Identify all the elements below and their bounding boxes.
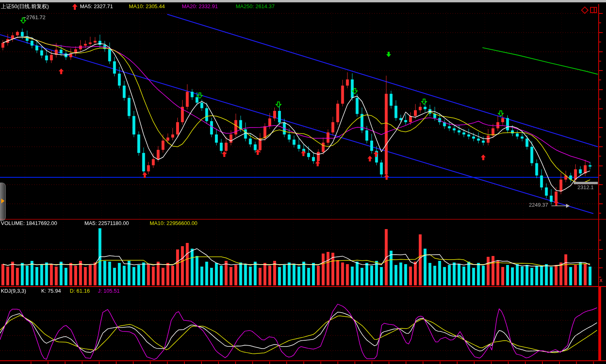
kdj-k-value-label: K: 75.94 bbox=[41, 288, 61, 294]
kdj-d-value-label: D: 61.16 bbox=[70, 288, 90, 294]
expand-handle-icon[interactable] bbox=[0, 183, 6, 221]
volume-value-label: VOLUME: 18417692.00 bbox=[1, 220, 57, 226]
split-window-icon[interactable] bbox=[590, 7, 597, 13]
ma250-value-label: MA250: 2614.37 bbox=[236, 3, 274, 9]
pane-close-button[interactable]: X bbox=[599, 278, 602, 284]
ma20-value-label: MA20: 2332.91 bbox=[182, 3, 218, 9]
orange-triangle-icon bbox=[1, 199, 4, 203]
candlestick-chart-canvas[interactable] bbox=[0, 0, 606, 364]
diamond-icon[interactable] bbox=[581, 7, 589, 14]
kdj-j-value-label: J: 105.51 bbox=[98, 288, 120, 294]
ma5-value-label: MA5: 2327.71 bbox=[80, 3, 113, 9]
kdj-indicator-label: KDJ(9,3,3) bbox=[1, 288, 26, 294]
trough-price-annotation: 2249.37 bbox=[529, 202, 548, 208]
up-arrow-icon bbox=[72, 4, 77, 10]
volume-ma10-label: MA10: 22956600.00 bbox=[150, 220, 197, 226]
ma10-value-label: MA10: 2305.44 bbox=[129, 3, 165, 9]
volume-ma5-label: MA5: 22571180.00 bbox=[84, 220, 129, 226]
trading-app-window: 上证50(日线.前复权) MA5: 2327.71 MA10: 2305.44 … bbox=[0, 0, 606, 364]
last-price-tag: 2312.1 bbox=[577, 184, 594, 190]
peak-price-annotation: ~2761.72 bbox=[23, 14, 46, 20]
instrument-title: 上证50(日线.前复权) bbox=[1, 3, 49, 9]
toolbar-bottom-strip bbox=[0, 0, 606, 2]
